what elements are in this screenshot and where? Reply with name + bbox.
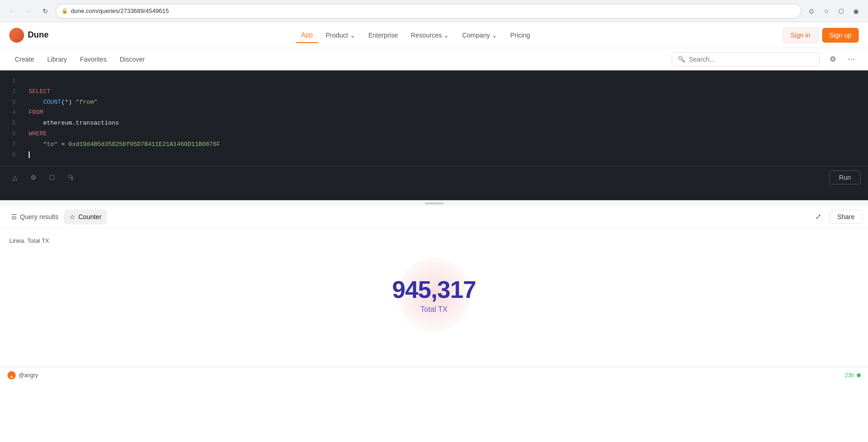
results-tabs: ☰ Query results ☆ Counter ⤢ Share: [0, 206, 868, 228]
back-button[interactable]: ←: [6, 5, 19, 18]
nav-actions: Sign in Sign up: [783, 27, 859, 43]
logo[interactable]: Dune: [9, 28, 49, 43]
list-icon: ☰: [11, 213, 17, 221]
format-button[interactable]: △: [7, 170, 22, 185]
subnav-library[interactable]: Library: [42, 52, 73, 67]
logo-text: Dune: [28, 30, 49, 40]
search-area: 🔍: [672, 52, 820, 66]
nav-resources[interactable]: Resources ⌄: [406, 28, 455, 43]
run-button[interactable]: Run: [829, 170, 861, 184]
nav-app[interactable]: App: [296, 27, 318, 43]
resize-indicator: [425, 202, 443, 204]
counter-display: 945,317 Total TX: [9, 248, 859, 341]
nav-company[interactable]: Company ⌄: [456, 28, 503, 43]
bookmark-button[interactable]: ☆: [820, 5, 833, 18]
nav-pricing[interactable]: Pricing: [505, 28, 536, 43]
nav-enterprise[interactable]: Enterprise: [363, 28, 404, 43]
subnav-favorites[interactable]: Favorites: [75, 52, 112, 67]
signin-button[interactable]: Sign in: [783, 27, 818, 43]
chevron-down-icon: ⌄: [350, 32, 356, 39]
more-options-button[interactable]: ⋯: [844, 52, 859, 67]
lock-icon: 🔒: [62, 8, 68, 14]
status-dot: [857, 373, 861, 377]
profile-button[interactable]: ◉: [849, 5, 862, 18]
code-editor[interactable]: 1 2 3 4 5 6 7 8 SELECT COUNT(*) "from" F…: [0, 70, 868, 200]
save-button[interactable]: ☐: [44, 170, 59, 185]
editor-action-buttons: △ ⚙ ☐ ⮲: [7, 170, 78, 185]
username: @angry: [19, 372, 38, 379]
tab-query-results[interactable]: ☰ Query results: [6, 209, 64, 224]
code-content: 1 2 3 4 5 6 7 8 SELECT COUNT(*) "from" F…: [0, 70, 868, 166]
top-navigation: Dune App Product ⌄ Enterprise Resources …: [0, 22, 868, 48]
expand-button[interactable]: ⤢: [811, 209, 826, 224]
chart-title: Linea. Total TX: [9, 237, 859, 244]
resize-handle[interactable]: [0, 200, 868, 206]
counter-value: 945,317: [392, 276, 476, 303]
editor-toolbar: △ ⚙ ☐ ⮲ Run: [0, 166, 868, 189]
address-bar[interactable]: 🔒 dune.com/queries/2733689/4549615: [56, 4, 801, 19]
code-lines: SELECT COUNT(*) "from" FROM ethereum.tra…: [23, 76, 868, 160]
subnav-discover[interactable]: Discover: [114, 52, 150, 67]
browser-chrome: ← → ↻ 🔒 dune.com/queries/2733689/4549615…: [0, 0, 868, 22]
url-text: dune.com/queries/2733689/4549615: [71, 7, 169, 14]
tab-counter[interactable]: ☆ Counter: [64, 209, 107, 224]
footer-right: 23h: [845, 372, 861, 379]
chevron-down-icon: ⌄: [443, 32, 449, 39]
secondary-navigation: Create Library Favorites Discover 🔍 ⚙ ⋯: [0, 48, 868, 70]
user-avatar: 🔥: [7, 371, 16, 379]
results-tabs-right: ⤢ Share: [811, 209, 862, 224]
nav-product[interactable]: Product ⌄: [320, 28, 361, 43]
counter-label: Counter: [78, 213, 101, 221]
query-results-label: Query results: [20, 213, 58, 221]
share-button[interactable]: Share: [830, 210, 862, 224]
line-numbers: 1 2 3 4 5 6 7 8: [0, 76, 23, 160]
settings-icon-button[interactable]: ⚙: [825, 52, 840, 67]
chart-area: Linea. Total TX 945,317 Total TX: [0, 228, 868, 367]
counter-label-text: Total TX: [420, 305, 447, 314]
star-icon: ☆: [69, 213, 75, 221]
chevron-down-icon: ⌄: [492, 32, 497, 39]
lens-button[interactable]: ⊙: [805, 5, 818, 18]
search-icon: 🔍: [678, 56, 685, 63]
settings-button[interactable]: ⚙: [26, 170, 41, 185]
subnav-create[interactable]: Create: [9, 52, 40, 67]
footer-user: 🔥 @angry: [7, 371, 38, 379]
subnav-items: Create Library Favorites Discover: [9, 52, 150, 67]
search-input[interactable]: [689, 56, 814, 63]
logo-icon: [9, 28, 24, 43]
search-box: 🔍: [672, 52, 820, 66]
reload-button[interactable]: ↻: [39, 5, 52, 18]
page-footer: 🔥 @angry 23h: [0, 367, 868, 383]
browser-action-buttons: ⊙ ☆ ⬡ ◉: [805, 5, 862, 18]
signup-button[interactable]: Sign up: [822, 28, 859, 43]
extensions-button[interactable]: ⬡: [835, 5, 848, 18]
time-label: 23h: [845, 372, 854, 379]
subnav-right: ⚙ ⋯: [825, 52, 859, 67]
forward-button[interactable]: →: [22, 5, 35, 18]
nav-center: App Product ⌄ Enterprise Resources ⌄ Com…: [296, 27, 536, 43]
share-editor-button[interactable]: ⮲: [63, 170, 78, 185]
